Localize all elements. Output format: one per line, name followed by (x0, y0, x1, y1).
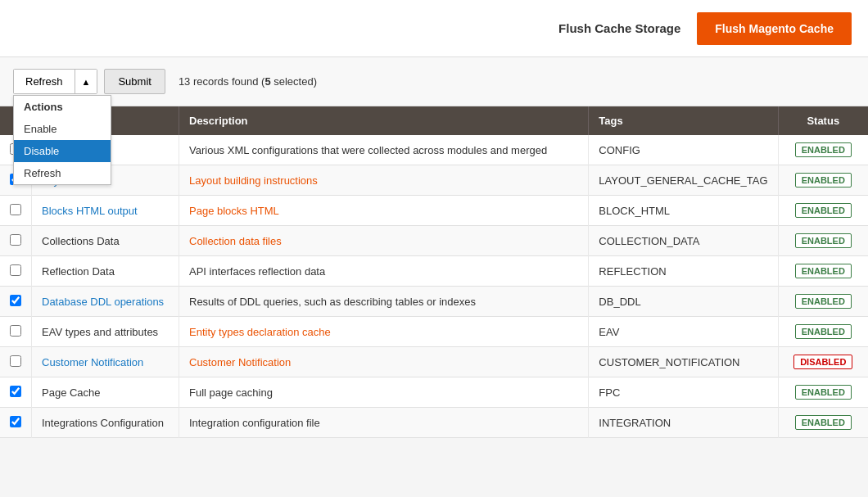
row-checkbox[interactable] (10, 295, 21, 306)
row-description-link[interactable]: Customer Notification (189, 356, 291, 368)
menu-item-enable[interactable]: Enable (14, 118, 111, 140)
row-tags: EAV (589, 317, 778, 347)
row-checkbox[interactable] (10, 355, 21, 367)
status-badge: ENABLED (795, 142, 852, 157)
status-badge: ENABLED (795, 385, 852, 400)
table-row: Database DDL operationsResults of DDL qu… (0, 287, 868, 317)
row-tags: INTEGRATION (589, 408, 778, 438)
row-type: Collections Data (32, 226, 179, 256)
selected-suffix-text: selected) (271, 75, 317, 88)
status-badge: ENABLED (795, 415, 852, 430)
row-tags: LAYOUT_GENERAL_CACHE_TAG (589, 165, 778, 196)
records-info: 13 records found (5 selected) (179, 75, 317, 88)
row-description: Entity types declaration cache (179, 317, 589, 347)
records-found-text: 13 records found ( (179, 75, 265, 88)
row-status: ENABLED (778, 226, 868, 256)
table-header-row: Type Description Tags Status (0, 106, 868, 135)
row-status: ENABLED (778, 317, 868, 347)
status-badge: ENABLED (795, 324, 852, 339)
status-badge: ENABLED (795, 173, 852, 188)
flush-magento-cache-button[interactable]: Flush Magento Cache (697, 12, 852, 45)
row-description: Layout building instructions (179, 165, 589, 196)
row-status: ENABLED (778, 408, 868, 438)
row-type-link[interactable]: Customer Notification (42, 356, 143, 368)
table-row: Collections DataCollection data filesCOL… (0, 226, 868, 256)
top-bar: Flush Cache Storage Flush Magento Cache (0, 0, 868, 57)
row-type: Page Cache (32, 377, 179, 408)
table-row: Reflection DataAPI interfaces reflection… (0, 256, 868, 287)
header-status: Status (778, 106, 868, 135)
row-tags: CONFIG (589, 135, 778, 165)
row-tags: CUSTOMER_NOTIFICATION (589, 347, 778, 377)
menu-item-disable[interactable]: Disable (14, 140, 111, 162)
row-description-link[interactable]: Collection data files (189, 235, 282, 247)
row-tags: DB_DDL (589, 287, 778, 317)
row-description: Collection data files (179, 226, 589, 256)
row-description: Various XML configurations that were col… (179, 135, 589, 165)
row-type: Integrations Configuration (32, 408, 179, 438)
row-type: Customer Notification (32, 347, 179, 377)
row-tags: BLOCK_HTML (589, 196, 778, 226)
actions-menu-header: Actions (14, 96, 111, 118)
cache-table-wrapper: Type Description Tags Status Configurati… (0, 106, 868, 438)
row-description-link[interactable]: Page blocks HTML (189, 205, 279, 217)
row-checkbox[interactable] (10, 234, 21, 246)
row-description: Integration configuration file (179, 408, 589, 438)
status-badge: ENABLED (795, 294, 852, 309)
submit-button[interactable]: Submit (104, 69, 165, 94)
row-type-link[interactable]: Blocks HTML output (42, 205, 138, 217)
row-status: ENABLED (778, 377, 868, 408)
status-badge: ENABLED (795, 203, 852, 218)
table-row: Integrations ConfigurationIntegration co… (0, 408, 868, 438)
header-tags: Tags (589, 106, 778, 135)
toolbar: Refresh ▲ Submit 13 records found (5 sel… (0, 57, 868, 106)
row-description: Full page caching (179, 377, 589, 408)
row-checkbox[interactable] (10, 264, 21, 276)
row-status: ENABLED (778, 256, 868, 287)
table-row: LayoutsLayout building instructionsLAYOU… (0, 165, 868, 196)
row-type-link[interactable]: Database DDL operations (42, 296, 164, 308)
row-tags: COLLECTION_DATA (589, 226, 778, 256)
row-description: Page blocks HTML (179, 196, 589, 226)
status-badge: ENABLED (795, 264, 852, 278)
row-type: Reflection Data (32, 256, 179, 287)
row-status: ENABLED (778, 196, 868, 226)
row-status: ENABLED (778, 165, 868, 196)
dropdown-toggle-button[interactable]: ▲ (75, 70, 97, 93)
refresh-button[interactable]: Refresh (14, 70, 75, 93)
row-status: ENABLED (778, 287, 868, 317)
table-row: Customer NotificationCustomer Notificati… (0, 347, 868, 377)
row-status: ENABLED (778, 135, 868, 165)
row-description-link[interactable]: Layout building instructions (189, 174, 318, 187)
selected-count: 5 (264, 75, 270, 88)
status-badge: ENABLED (795, 233, 852, 248)
row-description: Customer Notification (179, 347, 589, 377)
row-description-link[interactable]: Entity types declaration cache (189, 326, 331, 338)
table-row: ConfigurationVarious XML configurations … (0, 135, 868, 165)
actions-dropdown: Actions Enable Disable Refresh (13, 95, 111, 185)
row-type: Blocks HTML output (32, 196, 179, 226)
table-row: Blocks HTML outputPage blocks HTMLBLOCK_… (0, 196, 868, 226)
row-type: EAV types and attributes (32, 317, 179, 347)
table-row: EAV types and attributesEntity types dec… (0, 317, 868, 347)
row-checkbox[interactable] (10, 416, 21, 427)
cache-table: Type Description Tags Status Configurati… (0, 106, 868, 438)
flush-cache-storage-label: Flush Cache Storage (558, 21, 680, 35)
row-checkbox[interactable] (10, 386, 21, 397)
row-status: DISABLED (778, 347, 868, 377)
row-description: API interfaces reflection data (179, 256, 589, 287)
table-row: Page CacheFull page cachingFPCENABLED (0, 377, 868, 408)
row-checkbox[interactable] (10, 204, 21, 215)
row-checkbox[interactable] (10, 325, 21, 337)
header-description: Description (179, 106, 589, 135)
refresh-btn-group: Refresh ▲ (13, 69, 97, 94)
row-tags: REFLECTION (589, 256, 778, 287)
row-tags: FPC (589, 377, 778, 408)
row-type: Database DDL operations (32, 287, 179, 317)
menu-item-refresh[interactable]: Refresh (14, 162, 111, 184)
status-badge: DISABLED (793, 355, 852, 369)
row-description: Results of DDL queries, such as describi… (179, 287, 589, 317)
